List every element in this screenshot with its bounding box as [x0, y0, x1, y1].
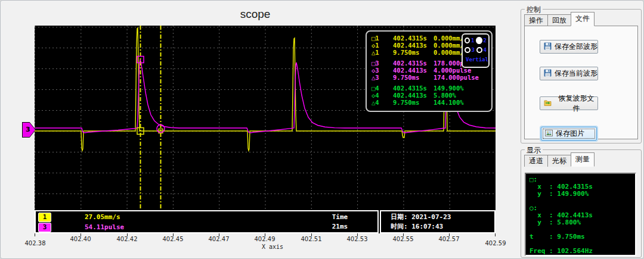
- readout-line: t : 9.750ms: [530, 233, 635, 241]
- triangle-symbol: △1: [371, 49, 393, 56]
- floppy-disk-icon: [544, 69, 552, 79]
- restore-waveform-file-label: 恢复波形文件: [555, 93, 597, 114]
- x-tick-label: 402.38: [21, 240, 49, 246]
- x-tick-mark: [495, 233, 496, 236]
- triangle-symbol: △3: [371, 74, 393, 81]
- control-groupbox: 控制 操作 回放 文件 保存全部波形 保存当前波形: [521, 9, 642, 143]
- scope-status-bar: 1 27.05mm/s 3 54.11pulse Time 21ms 日期: 2…: [35, 210, 496, 233]
- channel-radio-3[interactable]: [465, 47, 470, 53]
- tab-measure[interactable]: 测量: [571, 152, 595, 167]
- control-tabs: 操作 回放 文件: [524, 14, 594, 26]
- save-image-button[interactable]: 保存图片: [541, 127, 597, 141]
- x-tick-label: 402.49: [251, 236, 278, 242]
- x-tick-mark: [35, 233, 35, 236]
- diamond-symbol: ◇1: [371, 42, 393, 49]
- square-symbol: □3: [371, 60, 393, 67]
- channel-3-marker-label: 3: [23, 123, 35, 137]
- save-image-label: 保存图片: [556, 129, 584, 139]
- legend-row: ◇4402.4413s5.800%: [371, 92, 491, 99]
- scope-window: scope 3 □1: [0, 0, 644, 259]
- x-tick-label: 402.51: [298, 236, 325, 242]
- restore-waveform-file-button[interactable]: 恢复波形文件: [540, 96, 598, 110]
- save-current-waveform-label: 保存当前波形: [555, 68, 597, 79]
- diamond-symbol: ◇4: [371, 92, 393, 99]
- display-groupbox-title: 显示: [525, 145, 543, 155]
- save-current-waveform-button[interactable]: 保存当前波形: [540, 67, 598, 80]
- readout-line: △ : 144.100%: [530, 255, 635, 256]
- date-line: 日期: 2021-07-23: [391, 213, 494, 222]
- x-tick-label: 402.45: [159, 236, 187, 242]
- x-tick-label: 402.57: [435, 236, 463, 242]
- channel-radio-2[interactable]: [476, 37, 482, 44]
- legend-row: △39.750ms174.000pulse: [371, 74, 491, 81]
- diamond-symbol: ◇3: [371, 67, 393, 74]
- legend-row: △49.750ms144.100%: [371, 99, 491, 106]
- clock-line: 时间: 16:07:43: [391, 222, 494, 232]
- x-tick-label: 402.47: [205, 236, 233, 242]
- datetime-box: 日期: 2021-07-23 时间: 16:07:43: [380, 210, 496, 233]
- vertical-checkbox-label: Vertial: [466, 57, 488, 63]
- channel-radio-1[interactable]: [465, 38, 470, 43]
- display-groupbox: 显示 通道 光标 测量 □: x : 402.4315s y : 149.900…: [521, 149, 642, 258]
- floppy-disk-icon: [544, 42, 552, 52]
- channel-3-marker[interactable]: 3: [22, 122, 36, 138]
- readout-line: y : 149.900%: [530, 191, 635, 198]
- readout-line: y : 5.800%: [530, 219, 635, 226]
- channel-radio-4-label: 4: [484, 47, 487, 53]
- x-axis-title: X axis: [262, 244, 283, 250]
- tab-channel[interactable]: 通道: [524, 155, 548, 167]
- display-tabs: 通道 光标 测量: [524, 155, 594, 167]
- page-title: scope: [35, 8, 476, 21]
- file-tab-page: 保存全部波形 保存当前波形 恢复波形文件 保存图片: [524, 26, 638, 139]
- square-symbol: □1: [371, 35, 393, 42]
- cursor-readout-legend: □1402.4315s0.000mm/s ◇1402.4413s0.000mm/…: [366, 30, 493, 112]
- picture-icon: [545, 129, 553, 139]
- measurement-readout: □: x : 402.4315s y : 149.900% ○: x : 402…: [525, 173, 636, 256]
- tab-operation[interactable]: 操作: [524, 14, 548, 26]
- channel-1-scale: 27.05mm/s: [85, 213, 120, 221]
- x-tick-label: 402.53: [343, 236, 371, 242]
- timebase-block: Time 21ms: [319, 213, 361, 232]
- channel-3-scale: 54.11pulse: [85, 223, 124, 231]
- tab-file[interactable]: 文件: [571, 12, 595, 26]
- tab-cursor[interactable]: 光标: [547, 155, 571, 167]
- square-symbol: □4: [371, 85, 393, 92]
- channel-radio-3-label: 3: [472, 47, 475, 53]
- readout-line: [530, 198, 635, 205]
- triangle-symbol: △4: [371, 99, 393, 106]
- open-folder-icon: [544, 99, 552, 108]
- channel-radio-4[interactable]: [476, 47, 482, 53]
- timebase-label: Time: [319, 213, 361, 222]
- channel-3-chip[interactable]: 3: [38, 223, 51, 232]
- channel-radio-1-label: 1: [471, 38, 474, 43]
- x-tick-label: 402.42: [113, 236, 141, 242]
- channel-1-chip[interactable]: 1: [38, 213, 51, 222]
- x-tick-label: 402.59: [482, 240, 509, 246]
- x-tick-label: 402.40: [67, 236, 94, 242]
- save-all-waveforms-button[interactable]: 保存全部波形: [540, 40, 598, 54]
- channel-scale-box: 1 27.05mm/s 3 54.11pulse Time 21ms: [35, 210, 379, 233]
- timebase-value: 21ms: [319, 222, 361, 232]
- save-all-waveforms-label: 保存全部波形: [555, 42, 597, 52]
- scope-plot: □1402.4315s0.000mm/s ◇1402.4413s0.000mm/…: [35, 26, 496, 233]
- channel-radio-2-label: 2: [484, 38, 487, 43]
- tab-playback[interactable]: 回放: [547, 14, 571, 26]
- channel-select-box: 1 2 3 4 Vertial: [462, 33, 490, 68]
- control-groupbox-title: 控制: [525, 5, 543, 15]
- x-tick-label: 402.55: [389, 236, 417, 242]
- legend-row: □4402.4315s149.900%: [371, 85, 491, 92]
